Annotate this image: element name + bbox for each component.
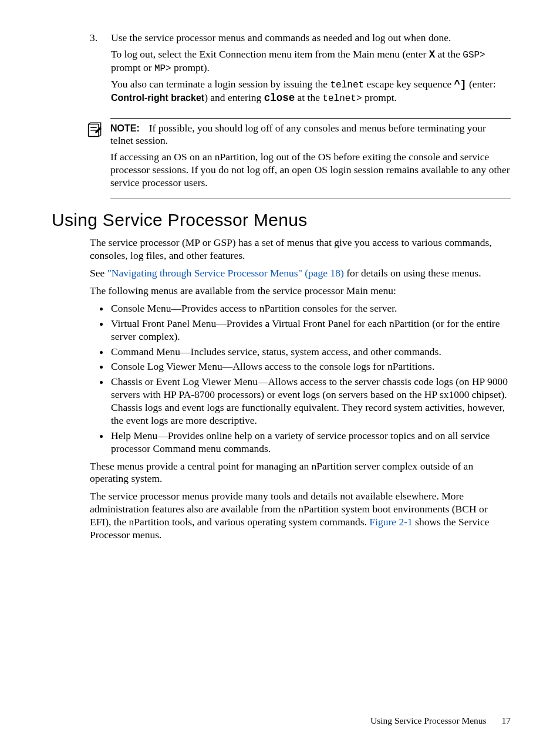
page-footer: Using Service Processor Menus 17 <box>370 715 511 726</box>
ordered-step: 3. Use the service processor menus and c… <box>90 32 511 109</box>
bullet-list: Console Menu—Provides access to nPartiti… <box>90 302 511 455</box>
list-item: Console Menu—Provides access to nPartiti… <box>110 302 511 315</box>
text: at the <box>435 48 463 60</box>
step-para-1: Use the service processor menus and comm… <box>111 32 511 45</box>
text: You also can terminate a login session b… <box>111 78 330 90</box>
figure-xref-link[interactable]: Figure 2-1 <box>369 516 412 528</box>
step-body: Use the service processor menus and comm… <box>111 32 511 109</box>
list-item: Console Log Viewer Menu—Allows access to… <box>110 360 511 373</box>
text: escape key sequence <box>364 78 454 90</box>
note-para-2: If accessing an OS on an nPartition, log… <box>110 151 511 190</box>
key-x: X <box>429 49 436 60</box>
note-text-1: If possible, you should log off of any c… <box>110 122 486 147</box>
text: To log out, select the Exit Connection m… <box>111 48 429 60</box>
prompt-mp: MP> <box>154 63 171 74</box>
text: See <box>90 267 107 279</box>
section-heading: Using Service Processor Menus <box>52 209 511 231</box>
step-para-3: You also can terminate a login session b… <box>111 78 511 105</box>
text: prompt). <box>171 62 210 73</box>
cmd-telnet: telnet <box>330 80 364 90</box>
footer-title: Using Service Processor Menus <box>370 715 487 725</box>
step-row: 3. Use the service processor menus and c… <box>90 32 511 109</box>
section-body: The service processor (MP or GSP) has a … <box>90 237 511 298</box>
text: ) and entering <box>204 92 264 103</box>
key-seq: ^] <box>454 79 467 90</box>
list-item: Command Menu—Includes service, status, s… <box>110 346 511 359</box>
text: at the <box>295 92 322 103</box>
section-body-2: These menus provide a central point for … <box>90 460 511 542</box>
note-block: NOTE:If possible, you should log off of … <box>110 118 511 198</box>
step-number: 3. <box>90 32 111 109</box>
para: The following menus are available from t… <box>90 285 511 298</box>
step-para-2: To log out, select the Exit Connection m… <box>111 48 511 75</box>
text: prompt. <box>362 92 397 103</box>
text: prompt or <box>111 62 154 73</box>
prompt-telnet: telnet> <box>322 93 362 104</box>
page-number: 17 <box>502 715 511 725</box>
text: for details on using these menus. <box>344 267 481 279</box>
para: See "Navigating through Service Processo… <box>90 267 511 280</box>
note-icon <box>86 122 102 139</box>
list-item: Help Menu—Provides online help on a vari… <box>110 430 511 455</box>
para: The service processor menus provide many… <box>90 490 511 542</box>
key-label: Control-right bracket <box>111 93 204 103</box>
para: These menus provide a central point for … <box>90 460 511 486</box>
para: The service processor (MP or GSP) has a … <box>90 237 511 262</box>
list-item: Virtual Front Panel Menu—Provides a Virt… <box>110 318 511 343</box>
xref-link[interactable]: "Navigating through Service Processor Me… <box>107 267 344 279</box>
list-item: Chassis or Event Log Viewer Menu—Allows … <box>110 376 511 427</box>
note-para-1: NOTE:If possible, you should log off of … <box>110 122 511 148</box>
note-label: NOTE: <box>110 123 140 133</box>
cmd-close: close <box>264 92 295 104</box>
text: (enter: <box>467 78 496 90</box>
prompt-gsp: GSP> <box>463 50 485 60</box>
